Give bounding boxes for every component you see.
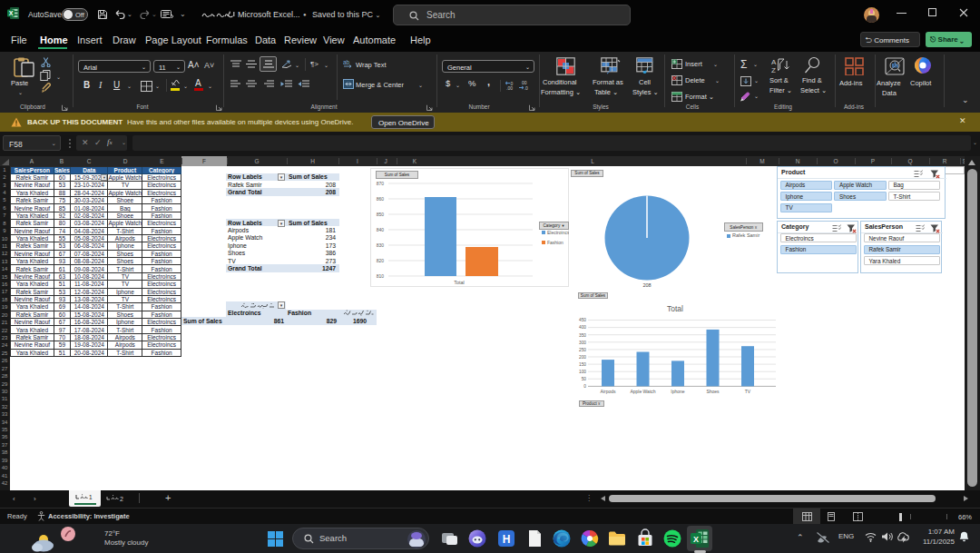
svg-text:X: X	[9, 10, 14, 16]
svg-text:Apple Watch: Apple Watch	[630, 389, 655, 394]
svg-text:Total: Total	[454, 280, 465, 285]
svg-text:0: 0	[583, 384, 586, 389]
svg-text:300: 300	[579, 341, 586, 345]
svg-text:Iphone: Iphone	[671, 389, 685, 394]
svg-text:A: A	[771, 58, 777, 66]
svg-text:450: 450	[579, 318, 586, 322]
svg-text:X: X	[693, 535, 699, 544]
svg-text:2: 2	[120, 496, 123, 502]
svg-text:TV: TV	[745, 389, 751, 394]
svg-text:.00: .00	[506, 85, 513, 91]
svg-text:850: 850	[377, 212, 385, 217]
svg-text:820: 820	[377, 258, 385, 263]
svg-text:208: 208	[642, 282, 651, 288]
svg-text:810: 810	[377, 273, 385, 279]
svg-text:150: 150	[579, 362, 586, 367]
svg-text:860: 860	[377, 196, 385, 202]
svg-text:H: H	[503, 533, 511, 546]
svg-text:250: 250	[579, 348, 586, 352]
svg-text:Total: Total	[667, 304, 683, 313]
svg-text:50: 50	[582, 377, 587, 381]
svg-text:870: 870	[377, 181, 385, 186]
svg-text:840: 840	[377, 227, 385, 232]
svg-text:400: 400	[579, 325, 586, 330]
svg-text:Z: Z	[771, 66, 776, 74]
svg-text:100: 100	[579, 370, 586, 374]
svg-text:ab: ab	[343, 59, 350, 65]
svg-text:350: 350	[579, 333, 586, 338]
svg-text:.0: .0	[524, 85, 528, 91]
svg-text:830: 830	[377, 242, 385, 248]
svg-text:1: 1	[89, 494, 93, 500]
svg-text:Shoes: Shoes	[706, 389, 720, 394]
svg-text:Airpods: Airpods	[601, 389, 616, 394]
svg-text:200: 200	[579, 355, 586, 360]
